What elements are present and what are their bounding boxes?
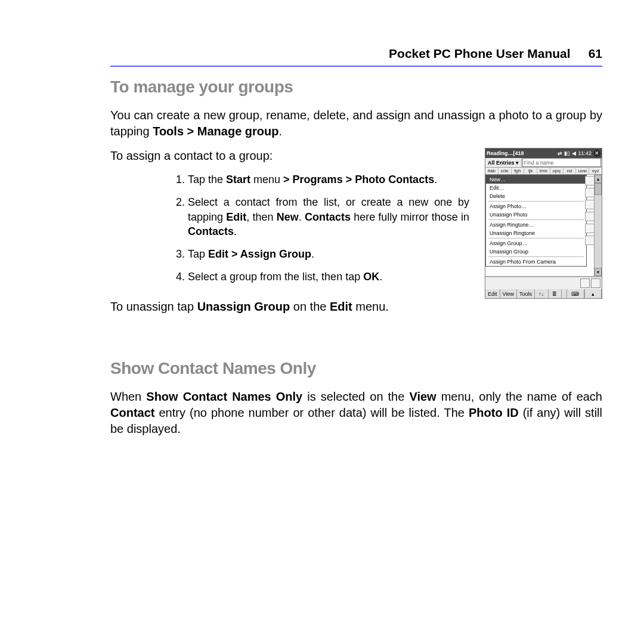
step-3: Tap Edit > Assign Group. bbox=[188, 247, 474, 261]
menu-assign-photo[interactable]: Assign Photo… bbox=[486, 202, 586, 210]
context-menu: New… Edit… Delete Assign Photo… Unassign… bbox=[485, 175, 587, 267]
menu-separator bbox=[488, 219, 584, 220]
signal-icon: ▮▯ bbox=[564, 150, 570, 156]
alpha-tab[interactable]: lmn bbox=[537, 168, 550, 174]
alpha-tab[interactable]: uvw bbox=[576, 168, 589, 174]
text-bold: View bbox=[409, 390, 436, 403]
text: is selected on the bbox=[302, 390, 409, 403]
app-title: Reading…[418 bbox=[487, 150, 524, 156]
sync-icon: ⇄ bbox=[558, 150, 562, 156]
contact-list-area: New… Edit… Delete Assign Photo… Unassign… bbox=[485, 175, 602, 277]
close-icon[interactable]: ✕ bbox=[593, 150, 600, 157]
text-bold: Edit bbox=[226, 211, 246, 223]
text: Select a group from the list, then tap bbox=[188, 271, 363, 283]
text: . bbox=[234, 225, 237, 237]
left-column: To assign a contact to a group: Tap the … bbox=[110, 148, 474, 293]
text: menu bbox=[250, 174, 283, 185]
content-row: To assign a contact to a group: Tap the … bbox=[110, 148, 602, 299]
text-bold: Contact bbox=[110, 406, 154, 419]
alpha-tab[interactable]: #ab bbox=[485, 168, 499, 174]
status-tray: ⇄ ▮▯ ◀ 11:42 ✕ bbox=[558, 150, 600, 157]
speaker-icon: ◀ bbox=[572, 150, 576, 156]
scroll-track[interactable] bbox=[595, 195, 602, 268]
menu-unassign-photo[interactable]: Unassign Photo bbox=[486, 210, 586, 219]
text-bold: Contacts bbox=[188, 225, 234, 237]
alpha-tab[interactable]: opq bbox=[550, 168, 564, 174]
right-column: Reading…[418 ⇄ ▮▯ ◀ 11:42 ✕ All Entries … bbox=[485, 148, 602, 299]
unassign-paragraph: To unassign tap Unassign Group on the Ed… bbox=[110, 299, 602, 315]
text-bold: Contacts bbox=[305, 211, 351, 223]
text: on the bbox=[290, 300, 330, 313]
dropdown-label: All Entries bbox=[488, 160, 515, 166]
sort-icon[interactable]: ↑↓ bbox=[535, 289, 549, 298]
text: . bbox=[434, 174, 437, 185]
menu-assign-ringtone[interactable]: Assign Ringtone… bbox=[486, 221, 586, 229]
entries-dropdown[interactable]: All Entries ▾ bbox=[485, 158, 522, 167]
bottom-edit[interactable]: Edit bbox=[485, 289, 500, 298]
text: To unassign tap bbox=[110, 300, 197, 313]
device-toolbar: All Entries ▾ Find a name bbox=[485, 158, 602, 168]
manual-title: Pocket PC Phone User Manual bbox=[389, 47, 571, 61]
search-input[interactable]: Find a name bbox=[522, 158, 601, 167]
step-2: Select a contact from the list, or creat… bbox=[188, 195, 474, 239]
text-bold: > Programs > Photo Contacts bbox=[283, 174, 434, 185]
text-bold: New bbox=[277, 211, 299, 223]
section-heading-groups: To manage your groups bbox=[110, 78, 602, 97]
search-placeholder: Find a name bbox=[524, 160, 554, 166]
names-paragraph: When Show Contact Names Only is selected… bbox=[110, 389, 602, 437]
menu-unassign-ringtone[interactable]: Unassign Ringtone bbox=[486, 229, 586, 237]
menu-new[interactable]: New… bbox=[486, 175, 586, 184]
text: . bbox=[278, 125, 282, 138]
scroll-thumb[interactable] bbox=[595, 183, 602, 195]
menu-assign-camera[interactable]: Assign Photo From Camera bbox=[486, 258, 586, 266]
alpha-tab[interactable]: fgh bbox=[512, 168, 525, 174]
camera-tools bbox=[485, 277, 602, 289]
bottom-tools[interactable]: Tools bbox=[517, 289, 535, 298]
alpha-tab[interactable]: xyz bbox=[589, 168, 602, 174]
content: To manage your groups You can create a n… bbox=[110, 67, 602, 437]
alpha-tab[interactable]: rst bbox=[564, 168, 577, 174]
device-bottombar: Edit View Tools ↑↓ ≣ ⌨ ▴ bbox=[485, 289, 602, 298]
sip-up-icon[interactable]: ▴ bbox=[584, 289, 602, 298]
page-number: 61 bbox=[589, 47, 602, 61]
photo-thumb bbox=[585, 176, 595, 185]
text: . bbox=[379, 271, 382, 283]
menu-separator bbox=[488, 201, 584, 202]
camera-icon[interactable] bbox=[580, 278, 590, 288]
photo-thumb bbox=[585, 212, 595, 221]
text-bold: Edit bbox=[330, 300, 352, 313]
assign-lead: To assign a contact to a group: bbox=[110, 148, 474, 164]
text: , then bbox=[246, 211, 276, 223]
text: menu. bbox=[352, 300, 389, 313]
menu-unassign-group[interactable]: Unassign Group bbox=[486, 247, 586, 256]
bottom-view[interactable]: View bbox=[500, 289, 517, 298]
scrollbar[interactable]: ▴ ▾ bbox=[594, 175, 602, 276]
photo-thumb bbox=[585, 236, 595, 245]
clock: 11:42 bbox=[578, 150, 592, 156]
menu-separator bbox=[488, 256, 584, 257]
spacer bbox=[562, 289, 566, 298]
list-icon[interactable]: ≣ bbox=[549, 289, 562, 298]
text-bold: Unassign Group bbox=[197, 300, 290, 313]
manual-page: Pocket PC Phone User Manual 61 To manage… bbox=[0, 0, 644, 644]
text: When bbox=[110, 390, 146, 403]
text: menu, only the name of each bbox=[436, 390, 602, 403]
alpha-tab[interactable]: ijk bbox=[524, 168, 537, 174]
text-bold: Photo ID bbox=[469, 406, 519, 419]
menu-separator bbox=[488, 238, 584, 239]
text: here fully mirror those in bbox=[351, 211, 469, 223]
menu-delete[interactable]: Delete bbox=[486, 192, 586, 200]
text: . bbox=[299, 211, 305, 223]
alpha-tab[interactable]: cde bbox=[499, 168, 512, 174]
menu-edit[interactable]: Edit… bbox=[486, 184, 586, 192]
alpha-tabs[interactable]: #ab cde fgh ijk lmn opq rst uvw xyz bbox=[485, 168, 602, 175]
scroll-up-icon[interactable]: ▴ bbox=[595, 175, 602, 183]
scroll-down-icon[interactable]: ▾ bbox=[595, 268, 602, 276]
step-4: Select a group from the list, then tap O… bbox=[188, 270, 474, 284]
text-bold: Tools > Manage group bbox=[153, 125, 278, 138]
menu-assign-group[interactable]: Assign Group… bbox=[486, 239, 586, 247]
spacer bbox=[110, 323, 602, 359]
photo-icon[interactable] bbox=[591, 278, 600, 288]
page-header: Pocket PC Phone User Manual 61 bbox=[110, 47, 602, 67]
keyboard-icon[interactable]: ⌨ bbox=[566, 289, 584, 298]
